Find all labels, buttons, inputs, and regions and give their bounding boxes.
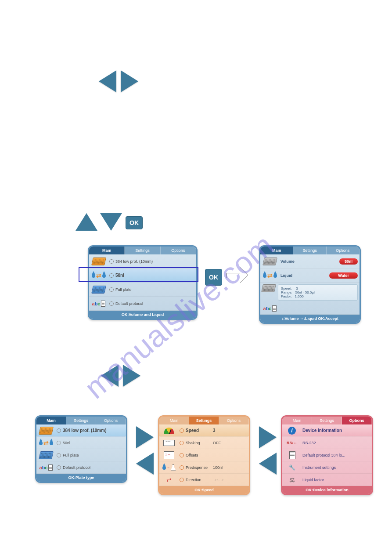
plate-grey-icon (262, 255, 278, 268)
speed-label: Speed (186, 428, 213, 433)
speed-value: 3 (213, 428, 216, 433)
tab-options[interactable]: Options (161, 247, 196, 254)
radio-icon (180, 428, 184, 433)
tab-main[interactable]: Main (159, 417, 189, 424)
volume-label: Volume (281, 259, 295, 264)
tab-main[interactable]: Main (282, 417, 312, 424)
row-shaking[interactable]: Shaking OFF (159, 437, 249, 449)
radio-icon (180, 453, 184, 457)
arrow-left-icon[interactable] (136, 453, 154, 475)
info-row: Speed: 3 Range: 50nl - 50.0µl Factor: 1.… (260, 283, 360, 302)
tab-main[interactable]: Main (260, 247, 293, 254)
volume-pill[interactable]: 50nl (339, 258, 358, 265)
radio-icon (57, 441, 61, 445)
row-liquid[interactable]: ⇄ 50nl (36, 437, 126, 449)
liquid-icon: ⇄ (38, 437, 54, 449)
row-default-protocol[interactable]: Default protocol 384 lo... (282, 449, 372, 461)
arrow-left-icon[interactable] (101, 365, 119, 387)
row-protocol[interactable]: abc Default protocol (89, 297, 196, 311)
full-plate-icon (91, 283, 107, 296)
tab-settings[interactable]: Settings (125, 247, 160, 254)
info-box: Speed: 3 Range: 50nl - 50.0µl Factor: 1.… (278, 284, 358, 301)
row-liquid: ⇄ Liquid Water (260, 268, 360, 283)
offsets-icon (161, 449, 177, 461)
row-protocol[interactable]: abc Default protocol (36, 461, 126, 474)
tab-bar: Main Settings Options (89, 247, 196, 254)
tab-settings[interactable]: Settings (189, 417, 219, 424)
panel-options: Main Settings Options i Device informati… (281, 415, 373, 495)
row-rs232[interactable]: RS/↔ RS-232 (282, 437, 372, 449)
panel-main-small: Main Settings Options 384 low prof. (10m… (35, 415, 127, 483)
panel-footer: ↕:Volume ↔:Liquid OK:Accept (260, 315, 360, 323)
plate-icon (38, 424, 54, 437)
arrow-up-icon[interactable] (76, 213, 97, 231)
selection-marker (79, 267, 198, 282)
row-device-info-selected[interactable]: i Device information (282, 424, 372, 437)
radio-icon (57, 465, 61, 470)
tab-options[interactable]: Options (96, 417, 126, 424)
abc-icon: abc (262, 302, 278, 315)
tab-options[interactable]: Options (327, 247, 360, 254)
row-offsets[interactable]: Offsets (159, 449, 249, 461)
doc-icon (284, 449, 300, 461)
predisp-label: Predispense (186, 465, 213, 470)
panel-footer: OK:Volume and Liquid (89, 311, 196, 319)
tab-options[interactable]: Options (219, 417, 249, 424)
liquid-label: Liquid (281, 273, 292, 278)
row-liquid-factor[interactable]: ⚖ Liquid factor (282, 474, 372, 486)
row-plate-selected[interactable]: 384 low prof. (10mm) (36, 424, 126, 437)
arrow-right-icon[interactable] (259, 426, 277, 448)
radio-icon (109, 259, 114, 264)
shake-icon (161, 437, 177, 449)
arrow-right-icon[interactable] (123, 365, 140, 387)
radio-icon (57, 453, 61, 457)
radio-icon (180, 478, 184, 482)
ok-button[interactable]: OK (205, 269, 222, 286)
row-full-plate[interactable]: Full plate (36, 449, 126, 461)
panel-footer: OK:Device information (282, 486, 372, 494)
row-instrument-settings[interactable]: 🔧 Instrument settings (282, 461, 372, 474)
liquid-factor-label: Liquid factor (302, 478, 324, 482)
tab-settings[interactable]: Settings (66, 417, 96, 424)
tab-settings[interactable]: Settings (293, 247, 326, 254)
radio-icon (57, 428, 61, 433)
instrument-label: Instrument settings (302, 465, 336, 470)
abc-icon: abc (38, 461, 54, 474)
arrow-left-icon[interactable] (259, 453, 277, 475)
flow-arrow-icon (227, 267, 248, 283)
direction-value: →←→ (213, 477, 223, 482)
arrow-down-icon[interactable] (100, 213, 122, 231)
direction-label: Direction (186, 478, 213, 482)
radio-icon (109, 301, 114, 306)
radio-icon (109, 287, 114, 292)
default-protocol-label: Default protocol 384 lo... (302, 453, 345, 457)
tab-settings[interactable]: Settings (312, 417, 342, 424)
device-info-label: Device information (302, 428, 342, 433)
row-direction[interactable]: ⇄ Direction →←→ (159, 474, 249, 486)
tab-main[interactable]: Main (89, 247, 125, 254)
arrow-right-icon[interactable] (136, 426, 154, 448)
ok-button[interactable]: OK (126, 216, 143, 229)
panel-volume-liquid-detail: Main Settings Options Volume 50nl ⇄ Liqu… (259, 245, 361, 324)
offsets-label: Offsets (186, 453, 198, 457)
row-speed-selected[interactable]: Speed 3 (159, 424, 249, 437)
plate-label: 384 low prof. (10mm) (115, 259, 153, 264)
arrow-right-icon[interactable] (121, 70, 138, 92)
liquid-pill[interactable]: Water (329, 272, 358, 279)
instrument-icon: 🔧 (284, 461, 300, 474)
plate-icon (91, 255, 107, 268)
gauge-icon (161, 424, 177, 437)
row-full-plate[interactable]: Full plate (89, 283, 196, 297)
tab-bar: Main Settings Options (36, 417, 126, 424)
panel-footer: OK:Plate type (36, 474, 126, 482)
tab-bar: Main Settings Options (159, 417, 249, 424)
tab-main[interactable]: Main (36, 417, 66, 424)
direction-icon: ⇄ (161, 474, 177, 486)
tab-options[interactable]: Options (342, 417, 372, 424)
row-protocol[interactable]: abc (260, 302, 360, 315)
arrow-left-icon[interactable] (99, 70, 116, 92)
panel-settings: Main Settings Options Speed 3 Shaking OF… (158, 415, 250, 495)
row-plate[interactable]: 384 low prof. (10mm) (89, 254, 196, 268)
row-predispense[interactable]: → Predispense 100nl (159, 461, 249, 474)
panel-footer: OK:Speed (159, 486, 249, 494)
